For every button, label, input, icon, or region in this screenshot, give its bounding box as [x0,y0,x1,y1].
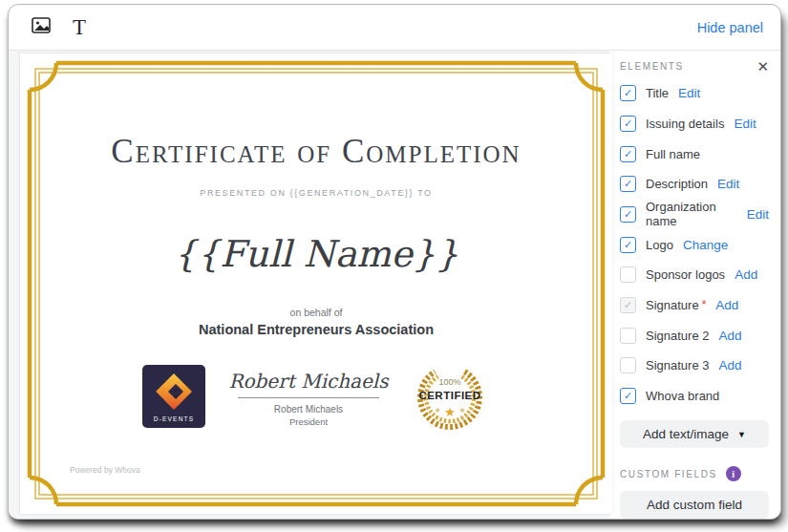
element-label: Issuing details [646,117,724,131]
checkbox-signature-3[interactable] [620,357,636,373]
signature-block: Robert Michaels Robert Michaels Presiden… [227,370,390,427]
element-row-whova-brand: Whova brand [620,381,769,412]
element-row-logo: Logo Change [620,229,769,260]
element-row-sponsor-logos: Sponsor logos Add [620,260,769,290]
add-signature-1-link[interactable]: Add [715,298,738,312]
checkbox-sponsor-logos[interactable] [620,266,636,283]
svg-text:100%: 100% [438,377,460,387]
checkbox-whova-brand[interactable] [620,388,636,404]
add-custom-field-label: Add custom field [647,498,742,512]
text-tool-icon: T [73,15,86,40]
certificate-editor-window: T Hide panel [8,4,781,520]
main-area: Certificate of Completion PRESENTED ON {… [9,51,780,519]
element-row-title: Title Edit [620,78,769,109]
element-row-signature-1: Signature * Add [620,290,769,321]
elements-panel: ELEMENTS ✕ Title Edit Issuing details Ed… [609,51,780,519]
panel-header: ELEMENTS [620,61,684,72]
event-logo: D-EVENTS [142,365,205,432]
custom-fields-header: CUSTOM FIELDS [620,469,717,479]
element-label: Full name [646,147,700,161]
element-row-organization-name: Organization name Edit [620,200,769,230]
edit-title-link[interactable]: Edit [678,86,700,100]
insert-text-button[interactable]: T [64,12,95,43]
checkbox-issuing-details[interactable] [620,116,636,132]
on-behalf-of-text: on behalf of [20,307,612,318]
element-label: Whova brand [646,389,719,403]
full-name-placeholder: {{Full Name}} [20,233,612,275]
element-row-description: Description Edit [620,169,769,200]
add-custom-field-button[interactable]: Add custom field [620,491,769,519]
element-row-signature-3: Signature 3 Add [620,351,769,381]
element-label: Logo [646,238,673,252]
certificate-title: Certificate of Completion [20,133,612,171]
edit-organization-link[interactable]: Edit [747,207,769,222]
svg-text:★: ★ [434,406,440,415]
powered-by-whova: Powered by Whova [70,465,140,475]
svg-text:★: ★ [444,405,456,419]
svg-text:★: ★ [458,406,465,415]
signatory-name: Robert Michaels [227,404,390,415]
checkbox-title[interactable] [620,85,636,101]
element-row-signature-2: Signature 2 Add [620,320,769,351]
edit-description-link[interactable]: Edit [717,177,739,191]
info-icon[interactable]: i [726,466,741,481]
presented-on-line: PRESENTED ON {{GENERATION_DATE}} TO [20,188,612,198]
add-signature-2-link[interactable]: Add [719,329,742,343]
element-label: Organization name [646,200,737,228]
checkbox-signature-1 [620,297,636,313]
edit-issuing-details-link[interactable]: Edit [734,117,756,131]
checkbox-organization-name[interactable] [620,206,636,223]
element-label: Description [646,177,708,191]
logo-text: D-EVENTS [154,415,194,422]
signature-line [238,397,379,398]
element-row-full-name: Full name [620,138,769,169]
element-label: Signature 2 [646,329,710,343]
add-sponsor-logos-link[interactable]: Add [735,267,757,282]
element-label: Sponsor logos [646,267,725,282]
checkbox-full-name[interactable] [620,146,636,162]
required-asterisk: * [702,298,707,311]
change-logo-link[interactable]: Change [683,238,728,252]
svg-text:CERTIFIED: CERTIFIED [418,390,480,401]
add-text-image-label: Add text/image [643,427,729,441]
close-icon[interactable]: ✕ [756,59,769,74]
gold-border-ornament [20,53,612,514]
toolbar: T Hide panel [9,5,780,51]
signature-script: Robert Michaels [227,370,390,393]
image-icon [32,17,51,37]
checkbox-signature-2[interactable] [620,328,636,344]
element-row-issuing-details: Issuing details Edit [620,109,769,139]
certificate-canvas: Certificate of Completion PRESENTED ON {… [9,51,609,519]
checkbox-description[interactable] [620,176,636,192]
certified-badge: 100% CERTIFIED ★ ★ ★ [410,359,490,443]
element-label: Signature [646,298,699,312]
certificate-preview[interactable]: Certificate of Completion PRESENTED ON {… [20,53,612,514]
hide-panel-link[interactable]: Hide panel [697,20,763,35]
insert-image-button[interactable] [26,12,56,43]
checkbox-logo[interactable] [620,237,636,253]
add-text-image-button[interactable]: Add text/image ▼ [620,420,769,448]
organization-name-text: National Entrepreneurs Association [20,322,612,337]
element-label: Title [646,86,669,100]
add-signature-3-link[interactable]: Add [719,358,742,372]
chevron-down-icon: ▼ [737,430,746,439]
signatory-title: President [227,416,390,427]
element-label: Signature 3 [646,358,710,372]
